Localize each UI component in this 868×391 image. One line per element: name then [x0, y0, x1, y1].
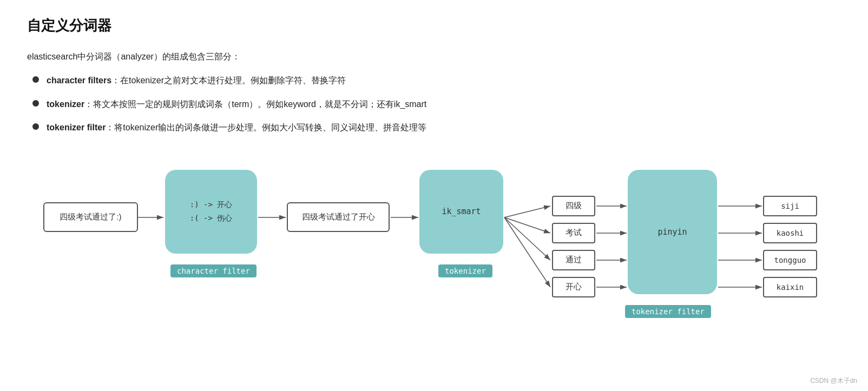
list-item: character filters：在tokenizer之前对文本进行处理。例如…: [32, 74, 841, 88]
tokenizer-box: ik_smart: [419, 170, 503, 254]
token-box-4: 开心: [552, 277, 595, 297]
tokenizer-name: ik_smart: [442, 207, 481, 216]
char-filter-line1: :) -> 开心: [190, 198, 233, 211]
svg-line-7: [504, 217, 550, 287]
page-title: 自定义分词器: [27, 16, 841, 35]
pinyin-out-text-2: kaoshi: [777, 229, 804, 237]
svg-line-6: [504, 217, 550, 260]
token-text-4: 开心: [565, 282, 582, 292]
after-char-filter-box: 四级考试通过了开心: [287, 202, 390, 232]
svg-line-5: [504, 217, 550, 233]
bullet-dot: [32, 123, 39, 130]
token-box-1: 四级: [552, 196, 595, 216]
token-text-3: 通过: [565, 255, 582, 265]
pinyin-out-box-3: tongguo: [763, 250, 817, 270]
char-filter-box: :) -> 开心 :( -> 伤心: [165, 170, 257, 254]
pinyin-out-text-1: siji: [781, 202, 799, 210]
tokenizer-filter-label: tokenizer filter: [625, 305, 711, 318]
token-text-1: 四级: [565, 201, 582, 211]
pinyin-box: pinyin: [628, 170, 717, 294]
diagram-area: 四级考试通过了:) :) -> 开心 :( -> 伤心 四级考试通过了开心 ik…: [27, 151, 841, 324]
list-item: tokenizer filter：将tokenizer输出的词条做进一步处理。例…: [32, 121, 841, 135]
pinyin-name: pinyin: [657, 227, 687, 237]
pinyin-out-box-4: kaixin: [763, 277, 817, 297]
after-char-text: 四级考试通过了开心: [302, 212, 375, 222]
input-text: 四级考试通过了:): [60, 212, 121, 222]
char-filter-line2: :( -> 伤心: [190, 211, 233, 225]
list-item: tokenizer：将文本按照一定的规则切割成词条（term）。例如keywor…: [32, 97, 841, 111]
bullet-dot: [32, 100, 39, 107]
token-text-2: 考试: [565, 228, 582, 238]
intro-text: elasticsearch中分词器（analyzer）的组成包含三部分：: [27, 51, 841, 63]
input-box: 四级考试通过了:): [43, 202, 138, 232]
pinyin-out-box-1: siji: [763, 196, 817, 216]
svg-line-4: [504, 206, 550, 217]
token-box-3: 通过: [552, 250, 595, 270]
pinyin-out-text-3: tongguo: [774, 256, 806, 264]
bullet-text-2: tokenizer：将文本按照一定的规则切割成词条（term）。例如keywor…: [47, 97, 426, 111]
pinyin-out-text-4: kaixin: [777, 283, 804, 291]
bullet-text-1: character filters：在tokenizer之前对文本进行处理。例如…: [47, 74, 346, 88]
bullet-dot: [32, 76, 39, 83]
watermark: CSDN @木子dn: [810, 376, 857, 386]
char-filter-label: character filter: [170, 264, 257, 277]
bullet-list: character filters：在tokenizer之前对文本进行处理。例如…: [32, 74, 841, 135]
pinyin-out-box-2: kaoshi: [763, 223, 817, 243]
bullet-text-3: tokenizer filter：将tokenizer输出的词条做进一步处理。例…: [47, 121, 426, 135]
tokenizer-label: tokenizer: [438, 264, 492, 277]
char-filter-content: :) -> 开心 :( -> 伤心: [190, 198, 233, 225]
token-box-2: 考试: [552, 223, 595, 243]
